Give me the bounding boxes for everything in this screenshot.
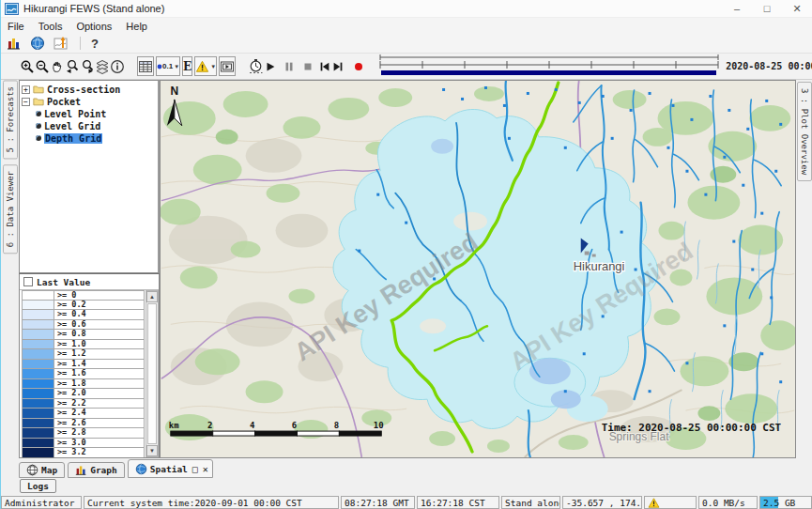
interval-value: 0.1 [162, 62, 173, 70]
legend-color-table: >= 0>= 0.2>= 0.4>= 0.6>= 0.8>= 1.0>= 1.2… [22, 290, 145, 457]
window-title: Hikurangi FEWS (Stand alone) [23, 3, 164, 14]
database-chart-icon[interactable] [7, 36, 22, 51]
filter-tree: + Cross-section − Pocket Level Point Lev… [19, 80, 160, 273]
status-system-time: Current system time:2020-09-01 00:00 CST [84, 496, 339, 509]
tab-map[interactable]: Map [19, 462, 65, 478]
legend-row[interactable]: >= 2.4 [22, 409, 145, 419]
warning-layer-dropdown[interactable]: ▼ [194, 56, 217, 76]
menu-options[interactable]: Options [76, 21, 112, 32]
stop-button[interactable] [301, 56, 314, 76]
pause-button[interactable] [283, 56, 296, 76]
status-gmt-time: 08:27:18 GMT [341, 496, 415, 509]
skip-to-start-button[interactable] [318, 56, 331, 76]
legend-color-swatch [23, 340, 54, 349]
status-transfer-rate: 0.0 MB/s [698, 496, 758, 509]
menu-file[interactable]: File [8, 21, 24, 32]
map-view[interactable]: API Key Required API Key Required Hikura… [160, 80, 796, 458]
menu-tools[interactable]: Tools [38, 21, 63, 32]
legend-row[interactable]: >= 3.2 [22, 448, 145, 457]
last-value-label: Last Value [37, 277, 90, 287]
layers-icon[interactable] [95, 56, 110, 76]
zoom-out-icon[interactable] [35, 56, 50, 76]
bottom-tab-bar: Map Graph Spatial □ ✕ [1, 458, 812, 478]
play-button[interactable] [264, 56, 277, 76]
legend-color-swatch [23, 301, 54, 310]
status-warning-cell[interactable] [644, 496, 697, 509]
grid-display-button[interactable] [137, 56, 154, 76]
tab-forecasts[interactable]: 5 : Forecasts [3, 80, 18, 159]
scroll-up-icon[interactable]: ▲ [146, 291, 158, 302]
tree-item-label[interactable]: Pocket [47, 97, 81, 107]
legend-row-label: >= 2.2 [54, 399, 86, 409]
legend-row-label: >= 1.4 [54, 360, 86, 369]
maximize-button[interactable]: □ [752, 0, 782, 18]
collapse-icon[interactable]: − [22, 98, 30, 106]
record-button[interactable] [352, 56, 365, 76]
skip-to-end-button[interactable] [331, 56, 345, 76]
contour-interval-dropdown[interactable]: 0.1 ▼ [156, 56, 180, 76]
scrollbar-thumb[interactable] [147, 303, 157, 444]
svg-text:N: N [170, 85, 178, 98]
svg-text:8: 8 [334, 421, 339, 430]
logs-button[interactable]: Logs [20, 479, 56, 493]
pan-hand-icon[interactable] [50, 56, 65, 76]
tree-item-pocket[interactable]: − Pocket [22, 96, 156, 107]
tab-spatial[interactable]: Spatial □ ✕ [128, 459, 213, 478]
map-toolbar: 0.1 ▼ E ▼ 2020-08-25 00:00:00 CST [1, 53, 812, 80]
info-icon[interactable] [110, 56, 125, 76]
zoom-in-icon[interactable] [20, 56, 35, 76]
svg-text:6: 6 [292, 421, 297, 430]
node-bullet-icon [36, 111, 41, 116]
tree-item-level-point[interactable]: Level Point [22, 108, 156, 119]
main-area: 5 : Forecasts 6 : Data Viewer + Cross-se… [1, 80, 812, 458]
legend-row-label: >= 2.4 [54, 409, 86, 418]
legend-row-label: >= 0.2 [54, 301, 86, 310]
legend-toggle-button[interactable]: E [182, 56, 192, 76]
animation-timer-icon[interactable] [248, 56, 264, 76]
tab-graph[interactable]: Graph [68, 462, 125, 478]
time-slider[interactable] [378, 54, 720, 79]
status-user: Administrator [1, 496, 82, 509]
tree-item-label[interactable]: Level Point [44, 109, 106, 119]
status-coordinates: -35.657 , 174.199 [562, 496, 642, 509]
tab-data-viewer[interactable]: 6 : Data Viewer [3, 164, 18, 254]
legend-color-swatch [23, 291, 54, 300]
timeseries-icon[interactable] [54, 36, 69, 51]
legend-row[interactable]: >= 2.0 [22, 389, 145, 399]
help-icon[interactable]: ? [91, 37, 99, 51]
legend-scrollbar[interactable]: ▲ ▼ [146, 290, 159, 457]
expand-icon[interactable]: + [22, 85, 30, 94]
minimize-button[interactable]: – [722, 0, 752, 18]
tab-close-icon[interactable]: ✕ [203, 464, 208, 474]
zoom-previous-icon[interactable] [65, 56, 80, 76]
tab-plot-overview[interactable]: 3 : Plot Overview [797, 82, 812, 181]
last-value-checkbox[interactable] [23, 277, 33, 286]
legend-row[interactable]: >= 0.4 [22, 310, 145, 320]
legend-row[interactable]: >= 2.8 [22, 428, 145, 439]
legend-row[interactable]: >= 0 [22, 290, 145, 301]
tree-item-label[interactable]: Level Grid [44, 121, 100, 131]
legend-row-label: >= 2.8 [54, 428, 86, 438]
legend-row[interactable]: >= 0.8 [22, 330, 145, 340]
scroll-down-icon[interactable]: ▼ [146, 445, 158, 456]
zoom-next-icon[interactable] [80, 56, 95, 76]
menu-help[interactable]: Help [126, 21, 147, 32]
legend-row[interactable]: >= 1.6 [22, 369, 145, 379]
tree-item-level-grid[interactable]: Level Grid [22, 120, 156, 131]
left-panel: + Cross-section − Pocket Level Point Lev… [19, 80, 160, 458]
tree-item-cross-section[interactable]: + Cross-section [22, 84, 156, 95]
animation-window-button[interactable] [219, 56, 236, 76]
tree-item-label[interactable]: Cross-section [47, 85, 120, 95]
map-time-overlay: Time: 2020-08-25 00:00:00 CST [602, 422, 782, 434]
legend-color-swatch [23, 448, 54, 457]
legend-row-label: >= 1.2 [54, 349, 86, 359]
legend-row[interactable]: >= 1.2 [22, 349, 145, 360]
globe-icon[interactable] [30, 36, 45, 51]
tree-item-label-selected[interactable]: Depth Grid [44, 133, 102, 144]
legend-color-swatch [23, 439, 54, 448]
legend-row-label: >= 0.6 [54, 320, 86, 330]
tab-maximize-icon[interactable]: □ [192, 464, 198, 474]
tree-item-depth-grid[interactable]: Depth Grid [22, 132, 156, 144]
legend-row-label: >= 3.2 [54, 448, 86, 457]
close-button[interactable]: ✕ [782, 0, 812, 18]
